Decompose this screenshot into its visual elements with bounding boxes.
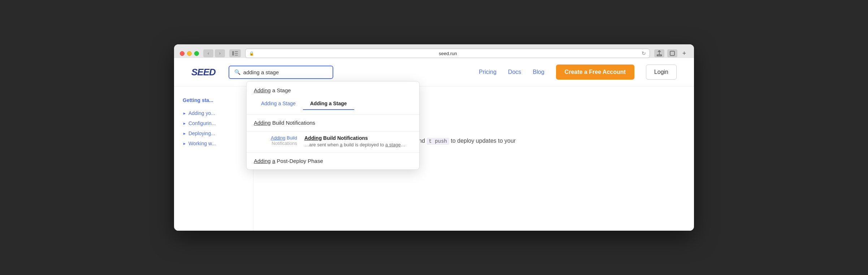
sidebar-item-deploying[interactable]: ► Deploying... xyxy=(183,128,244,138)
search-input[interactable] xyxy=(243,69,327,75)
pricing-link[interactable]: Pricing xyxy=(479,69,496,75)
browser-chrome: ‹ › 🔒 seed.run ↻ xyxy=(174,44,694,58)
docs-link[interactable]: Docs xyxy=(508,69,521,75)
dropdown-result-detail-notifications[interactable]: Adding Build Notifications Adding Build … xyxy=(247,132,419,153)
svg-rect-2 xyxy=(235,53,238,54)
login-button[interactable]: Login xyxy=(646,65,677,80)
highlight-text: Adding xyxy=(254,158,271,164)
minimize-button[interactable] xyxy=(187,51,192,56)
svg-rect-4 xyxy=(670,51,674,56)
page-content: SEED 🔍 Pricing Docs Blog Create a Free A… xyxy=(174,58,694,231)
search-icon: 🔍 xyxy=(234,69,240,75)
chevron-right-icon: ► xyxy=(183,111,186,115)
close-button[interactable] xyxy=(180,51,185,56)
sidebar: Getting sta... ► Adding yo... ► Configur… xyxy=(174,87,253,231)
traffic-lights xyxy=(180,51,199,56)
dropdown-result-post-deploy[interactable]: Adding a Post-Deploy Phase xyxy=(247,153,419,169)
blog-link[interactable]: Blog xyxy=(533,69,544,75)
dropdown-result-title-stage[interactable]: Adding a Stage xyxy=(247,81,419,96)
dropdown-result-notifications-header[interactable]: Adding Build Notifications xyxy=(247,115,419,132)
result-left-line1: Adding Build xyxy=(271,135,297,141)
maximize-button[interactable] xyxy=(194,51,199,56)
sidebar-section-title: Getting sta... xyxy=(183,97,244,103)
chevron-right-icon: ► xyxy=(183,142,186,146)
result-left-line2: Notifications xyxy=(272,141,297,146)
sidebar-item-label: Working w... xyxy=(188,141,216,146)
highlight-text: Adding xyxy=(271,135,285,141)
svg-rect-1 xyxy=(235,51,238,52)
underline-stage: a stage xyxy=(385,142,401,147)
sidebar-item-configuring[interactable]: ► Configurin... xyxy=(183,118,244,128)
result-right-excerpt: …are sent when a build is deployed to a … xyxy=(304,142,412,147)
underline-a: a xyxy=(272,158,275,164)
result-right-title: Adding Build Notifications xyxy=(304,135,412,141)
dropdown-tab-stage-1[interactable]: Adding a Stage xyxy=(254,98,303,110)
chevron-right-icon: ► xyxy=(183,121,186,125)
browser-actions: + xyxy=(654,49,688,57)
sidebar-item-working[interactable]: ► Working w... xyxy=(183,138,244,148)
sidebar-item-label: Configurin... xyxy=(188,120,216,126)
result-detail-left: Adding Build Notifications xyxy=(254,135,297,147)
highlight-text: Adding xyxy=(254,120,271,126)
sidebar-toggle-button[interactable] xyxy=(229,49,241,57)
browser-top-bar: ‹ › 🔒 seed.run ↻ xyxy=(180,49,688,58)
tabs-button[interactable] xyxy=(667,49,677,57)
address-bar-url: seed.run xyxy=(256,51,639,56)
forward-button[interactable]: › xyxy=(215,49,225,57)
dropdown-section-notifications: Adding Build Notifications Adding Build … xyxy=(247,115,419,153)
highlight-text: Adding xyxy=(254,87,271,93)
main-nav: Pricing Docs Blog Create a Free Account … xyxy=(479,65,677,80)
dropdown-result-title-post-deploy: Adding a Post-Deploy Phase xyxy=(254,158,323,164)
inline-code: t push xyxy=(427,138,449,145)
dropdown-tab-stage-2[interactable]: Adding a Stage xyxy=(303,98,354,110)
search-dropdown: Adding a Stage Adding a Stage Adding a S… xyxy=(246,81,420,170)
dropdown-result-title-notifications: Adding Build Notifications xyxy=(254,120,315,126)
back-button[interactable]: ‹ xyxy=(203,49,213,57)
svg-rect-3 xyxy=(235,55,238,56)
sidebar-item-label: Deploying... xyxy=(188,130,215,136)
browser-window: ‹ › 🔒 seed.run ↻ xyxy=(174,44,694,231)
new-tab-button[interactable]: + xyxy=(680,49,688,57)
highlight-text: Adding xyxy=(304,135,322,141)
dropdown-tabs-stage: Adding a Stage Adding a Stage xyxy=(247,96,419,115)
reload-button[interactable]: ↻ xyxy=(642,50,646,56)
svg-rect-0 xyxy=(232,51,234,56)
dropdown-section-post-deploy: Adding a Post-Deploy Phase xyxy=(247,153,419,169)
dropdown-section-stage: Adding a Stage Adding a Stage Adding a S… xyxy=(247,81,419,115)
sidebar-item-label: Adding yo... xyxy=(188,110,215,116)
chevron-right-icon: ► xyxy=(183,132,186,136)
result-detail-right: Adding Build Notifications …are sent whe… xyxy=(304,135,412,147)
nav-buttons: ‹ › xyxy=(203,49,225,57)
share-button[interactable] xyxy=(654,49,664,57)
search-box[interactable]: 🔍 xyxy=(229,66,333,79)
site-logo: SEED xyxy=(191,67,216,78)
lock-icon: 🔒 xyxy=(249,51,254,56)
underline-a: a xyxy=(340,142,342,147)
create-account-button[interactable]: Create a Free Account xyxy=(556,65,634,80)
sidebar-item-adding-your[interactable]: ► Adding yo... xyxy=(183,108,244,118)
address-bar[interactable]: 🔒 seed.run ↻ xyxy=(245,49,650,58)
